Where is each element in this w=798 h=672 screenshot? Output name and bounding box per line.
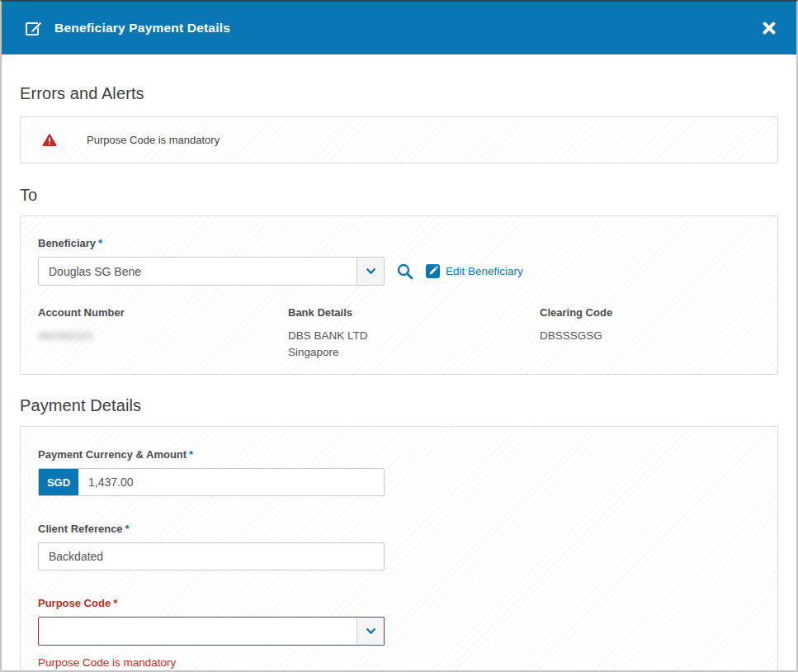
currency-badge[interactable]: SGD: [39, 469, 78, 495]
purpose-code-error-message: Purpose Code is mandatory: [38, 656, 760, 669]
chevron-down-icon[interactable]: [357, 618, 384, 645]
client-reference-field: Client Reference*: [38, 523, 760, 570]
compose-edit-icon: [25, 19, 43, 37]
to-panel: Beneficiary* Douglas SG Bene: [20, 215, 778, 375]
payment-details-panel: Payment Currency & Amount* SGD Client Re…: [20, 426, 778, 672]
to-heading: To: [20, 186, 778, 205]
purpose-code-label: Purpose Code*: [38, 597, 760, 609]
clearing-code-column: Clearing Code DBSSSGSG: [540, 306, 760, 361]
account-number-label: Account Number: [38, 306, 288, 319]
purpose-code-select[interactable]: [38, 617, 385, 646]
beneficiary-row: Douglas SG Bene: [38, 257, 760, 286]
beneficiary-payment-details-modal: Beneficiary Payment Details Errors and A…: [0, 0, 798, 672]
client-reference-input[interactable]: [39, 543, 384, 570]
bank-details-column: Bank Details DBS BANK LTD Singapore: [288, 306, 540, 361]
amount-input[interactable]: [78, 469, 384, 495]
currency-amount-control: SGD: [38, 468, 385, 496]
payment-currency-amount-label: Payment Currency & Amount*: [38, 448, 760, 461]
clearing-code-value: DBSSSGSG: [540, 328, 760, 344]
edit-beneficiary-label: Edit Beneficiary: [446, 265, 523, 277]
errors-and-alerts-heading: Errors and Alerts: [20, 84, 778, 103]
beneficiary-select[interactable]: Douglas SG Bene: [38, 257, 385, 286]
purpose-code-field: Purpose Code* Purpose Code is mandatory: [38, 597, 760, 669]
required-asterisk: *: [189, 448, 193, 461]
beneficiary-label: Beneficiary*: [38, 237, 760, 249]
clearing-code-label: Clearing Code: [540, 306, 760, 319]
beneficiary-details-grid: Account Number 262332121 Bank Details DB…: [38, 306, 760, 361]
client-reference-control: [38, 542, 385, 570]
purpose-code-select-value: [39, 618, 357, 645]
required-asterisk: *: [113, 597, 117, 609]
account-number-column: Account Number 262332121: [38, 306, 288, 361]
chevron-down-icon[interactable]: [357, 258, 384, 285]
beneficiary-select-value: Douglas SG Bene: [39, 258, 357, 285]
required-asterisk: *: [125, 523, 130, 535]
close-icon[interactable]: [758, 17, 780, 39]
required-asterisk: *: [98, 237, 102, 249]
account-number-value: 262332121: [38, 328, 288, 344]
payment-currency-amount-field: Payment Currency & Amount* SGD: [38, 448, 760, 496]
modal-title: Beneficiary Payment Details: [54, 21, 230, 35]
search-icon[interactable]: [396, 263, 414, 281]
warning-triangle-icon: [42, 134, 57, 147]
bank-details-label: Bank Details: [288, 306, 540, 319]
edit-square-icon: [426, 264, 440, 278]
alerts-panel: Purpose Code is mandatory: [20, 116, 778, 163]
payment-details-heading: Payment Details: [20, 396, 778, 415]
modal-header: Beneficiary Payment Details: [2, 2, 796, 54]
alert-message: Purpose Code is mandatory: [87, 134, 220, 146]
bank-details-value: DBS BANK LTD Singapore: [288, 328, 540, 361]
edit-beneficiary-link[interactable]: Edit Beneficiary: [426, 264, 523, 278]
client-reference-label: Client Reference*: [38, 523, 760, 535]
modal-body: Errors and Alerts Purpose Code is mandat…: [2, 84, 796, 672]
